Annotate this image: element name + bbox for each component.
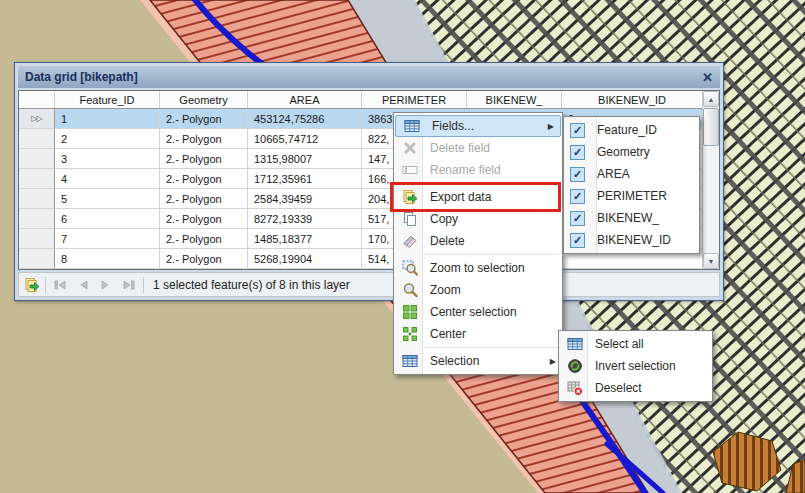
row-header[interactable] [19,249,55,269]
row-header[interactable] [19,229,55,249]
selection-submenu: Select all Invert selection Deselect [558,330,713,402]
current-row-marker-icon[interactable]: ▷▷ [19,109,55,129]
cell-feature-id[interactable]: 2 [55,129,160,149]
menu-item-zoom-to-selection[interactable]: Zoom to selection [394,257,562,279]
menu-item-select-all[interactable]: Select all [559,333,712,355]
checkbox-checked-icon[interactable]: ✓ [570,189,585,204]
menu-item-delete[interactable]: Delete [394,230,562,252]
cell-feature-id[interactable]: 7 [55,229,160,249]
cell-geometry[interactable]: 2.- Polygon [160,129,248,149]
cell-geometry[interactable]: 2.- Polygon [160,249,248,269]
column-header-bikenew-id[interactable]: BIKENEW_ID [562,91,702,108]
checkbox-checked-icon[interactable]: ✓ [570,211,585,226]
cell-area[interactable]: 10665,74712 [248,129,362,149]
nav-first-icon[interactable] [51,279,70,291]
cell-area[interactable]: 2584,39459 [248,189,362,209]
status-text: 1 selected feature(s) of 8 in this layer [153,278,350,292]
row-header[interactable] [19,209,55,229]
menu-item-label: Export data [430,190,491,204]
menu-item-fields[interactable]: Fields... ▶ [395,115,561,137]
cell-area[interactable]: 1315,98007 [248,149,362,169]
cell-geometry[interactable]: 2.- Polygon [160,149,248,169]
menu-item-label: Selection [430,354,479,368]
menu-item-invert-selection[interactable]: Invert selection [559,355,712,377]
fields-submenu-item[interactable]: ✓AREA [564,163,699,185]
menu-item-zoom[interactable]: Zoom [394,279,562,301]
menu-item-copy[interactable]: Copy [394,208,562,230]
cell-area[interactable]: 1485,18377 [248,229,362,249]
checkbox-checked-icon[interactable]: ✓ [570,233,585,248]
menu-item-selection[interactable]: Selection ▶ [394,350,562,372]
row-header[interactable] [19,169,55,189]
copy-icon [400,211,420,227]
nav-last-icon[interactable] [119,279,138,291]
select-all-icon [565,336,585,352]
cell-feature-id[interactable]: 5 [55,189,160,209]
window-titlebar[interactable]: Data grid [bikepath] ✕ [18,66,720,88]
cell-geometry[interactable]: 2.- Polygon [160,169,248,189]
export-data-icon[interactable] [24,277,40,293]
column-header-feature-id[interactable]: Feature_ID [55,91,160,108]
vertical-scrollbar[interactable]: ▲ ▼ [702,91,719,269]
close-icon[interactable]: ✕ [702,71,713,84]
column-header-perimeter[interactable]: PERIMETER [362,91,467,108]
menu-item-export-data[interactable]: Export data [394,186,562,208]
menu-item-label: Zoom [430,283,461,297]
row-header[interactable] [19,149,55,169]
submenu-arrow-icon: ▶ [550,357,556,366]
checkbox-checked-icon[interactable]: ✓ [570,167,585,182]
eraser-icon [400,233,420,249]
scrollbar-thumb[interactable] [703,108,719,146]
menu-item-delete-field[interactable]: Delete field [394,137,562,159]
nav-next-icon[interactable] [97,279,114,291]
column-header-bikenew[interactable]: BIKENEW_ [467,91,562,108]
submenu-arrow-icon: ▶ [548,122,554,131]
cell-feature-id[interactable]: 1 [55,109,160,129]
nav-previous-icon[interactable] [75,279,92,291]
checkbox-checked-icon[interactable]: ✓ [570,123,585,138]
cell-geometry[interactable]: 2.- Polygon [160,229,248,249]
menu-item-center-selection[interactable]: Center selection [394,301,562,323]
field-name-label: PERIMETER [597,189,667,203]
row-header[interactable] [19,189,55,209]
scroll-up-icon[interactable]: ▲ [703,91,719,107]
cell-area[interactable]: 1712,35961 [248,169,362,189]
column-header-geometry[interactable]: Geometry [160,91,248,108]
cell-feature-id[interactable]: 4 [55,169,160,189]
column-header-rowselector[interactable] [19,91,55,108]
cell-geometry[interactable]: 2.- Polygon [160,189,248,209]
table-icon [402,118,422,134]
export-data-icon [400,189,420,205]
fields-submenu-item[interactable]: ✓BIKENEW_ [564,207,699,229]
cell-feature-id[interactable]: 6 [55,209,160,229]
menu-item-label: Select all [595,337,644,351]
menu-item-rename-field[interactable]: Rename field [394,159,562,181]
fields-submenu-item[interactable]: ✓PERIMETER [564,185,699,207]
zoom-selection-icon [400,260,420,276]
cell-feature-id[interactable]: 8 [55,249,160,269]
deselect-icon [565,380,585,396]
cell-geometry[interactable]: 2.- Polygon [160,109,248,129]
field-name-label: BIKENEW_ [597,211,659,225]
checkbox-checked-icon[interactable]: ✓ [570,145,585,160]
cell-feature-id[interactable]: 3 [55,149,160,169]
menu-item-label: Copy [430,212,458,226]
cell-area[interactable]: 453124,75286 [248,109,362,129]
fields-submenu-item[interactable]: ✓BIKENEW_ID [564,229,699,251]
row-header[interactable] [19,129,55,149]
column-header-area[interactable]: AREA [248,91,362,108]
cell-area[interactable]: 5268,19904 [248,249,362,269]
menu-item-deselect[interactable]: Deselect [559,377,712,399]
fields-submenu-item[interactable]: ✓Geometry [564,141,699,163]
menu-item-label: Delete field [430,141,490,155]
cell-geometry[interactable]: 2.- Polygon [160,209,248,229]
statusbar-separator [45,277,46,293]
cell-area[interactable]: 8272,19339 [248,209,362,229]
scroll-down-icon[interactable]: ▼ [703,253,719,269]
menu-item-center[interactable]: Center [394,323,562,345]
fields-submenu-item[interactable]: ✓Feature_ID [564,119,699,141]
center-selection-icon [400,304,420,320]
menu-item-label: Rename field [430,163,501,177]
zoom-icon [400,282,420,298]
statusbar-separator [143,277,144,293]
